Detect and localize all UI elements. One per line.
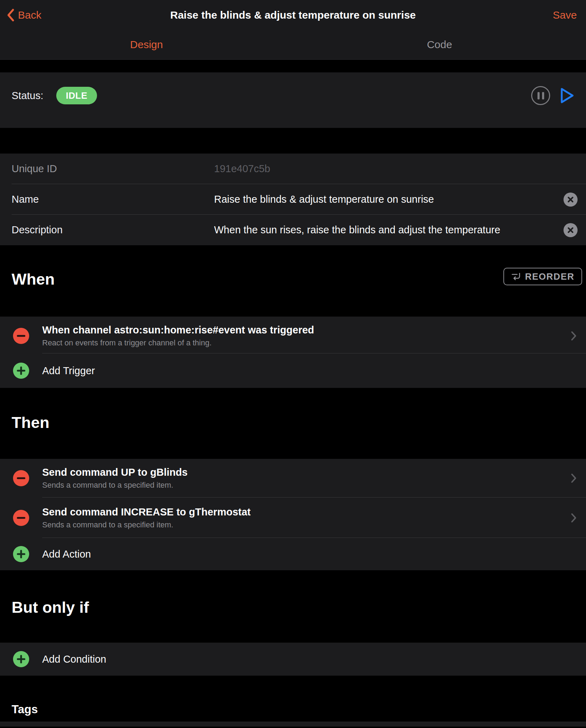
name-row: Name Raise the blinds & adjust temperatu… (0, 184, 586, 215)
action-subtitle: Sends a command to a specified item. (42, 481, 188, 490)
trigger-subtitle: React on events from a trigger channel o… (42, 338, 314, 347)
rule-editor-screen: Back Raise the blinds & adjust temperatu… (0, 0, 586, 728)
save-button[interactable]: Save (553, 0, 577, 30)
back-label: Back (18, 9, 41, 21)
minus-icon (17, 335, 25, 337)
description-label: Description (12, 224, 214, 236)
status-section: Status: IDLE (0, 72, 586, 128)
name-label: Name (12, 194, 214, 205)
action-title: Send command UP to gBlinds (42, 467, 188, 478)
navigation-bar: Back Raise the blinds & adjust temperatu… (0, 0, 586, 60)
then-heading: Then (12, 414, 50, 432)
rule-properties: Unique ID 191e407c5b Name Raise the blin… (0, 154, 586, 245)
add-condition-label: Add Condition (42, 654, 106, 665)
plus-icon (13, 363, 29, 379)
reorder-label: REORDER (525, 271, 574, 282)
tags-section-header: Tags (0, 676, 586, 722)
condition-list: Add Condition (0, 643, 586, 676)
add-trigger-button[interactable]: Add Trigger (0, 353, 586, 388)
action-row[interactable]: Send command INCREASE to gThermostat Sen… (0, 498, 586, 538)
add-condition-button[interactable]: Add Condition (0, 643, 586, 676)
action-row[interactable]: Send command UP to gBlinds Sends a comma… (0, 459, 586, 498)
tab-bar: Design Code (0, 30, 586, 59)
nav-row: Back Raise the blinds & adjust temperatu… (0, 0, 586, 30)
plus-icon (13, 546, 29, 562)
trigger-title: When channel astro:sun:home:rise#event w… (42, 324, 314, 336)
when-list: When channel astro:sun:home:rise#event w… (0, 317, 586, 388)
unique-id-value: 191e407c5b (214, 163, 578, 175)
minus-icon (17, 477, 25, 479)
then-section-header: Then (0, 388, 586, 459)
unique-id-row: Unique ID 191e407c5b (0, 154, 586, 184)
when-heading: When (12, 270, 54, 288)
description-row: Description When the sun rises, raise th… (0, 215, 586, 245)
play-icon (559, 86, 575, 105)
name-field[interactable]: Raise the blinds & adjust temperature on… (214, 194, 557, 205)
chevron-right-icon (571, 331, 579, 341)
unique-id-label: Unique ID (12, 163, 214, 175)
clear-icon (567, 227, 574, 233)
add-action-button[interactable]: Add Action (0, 538, 586, 570)
action-body: Send command UP to gBlinds Sends a comma… (42, 467, 188, 490)
but-only-if-heading: But only if (12, 598, 89, 617)
clear-name-button[interactable] (564, 193, 578, 207)
trigger-body: When channel astro:sun:home:rise#event w… (42, 324, 314, 347)
action-subtitle: Sends a command to a specified item. (42, 520, 251, 529)
reorder-button[interactable]: REORDER (503, 268, 582, 285)
clear-description-button[interactable] (564, 223, 578, 237)
play-button[interactable] (559, 86, 575, 105)
status-badge: IDLE (56, 87, 97, 104)
then-list: Send command UP to gBlinds Sends a comma… (0, 459, 586, 570)
status-label: Status: (12, 90, 43, 102)
remove-trigger-button[interactable] (13, 328, 29, 344)
pause-button[interactable] (531, 86, 550, 105)
tab-design[interactable]: Design (0, 30, 293, 59)
tab-code[interactable]: Code (293, 30, 586, 59)
minus-icon (17, 517, 25, 519)
tags-heading: Tags (12, 703, 38, 716)
chevron-right-icon (571, 513, 579, 523)
condition-section-header: But only if (0, 570, 586, 643)
remove-action-button[interactable] (13, 510, 29, 526)
pause-icon (537, 92, 540, 99)
action-title: Send command INCREASE to gThermostat (42, 506, 251, 518)
chevron-right-icon (571, 473, 579, 483)
action-body: Send command INCREASE to gThermostat Sen… (42, 506, 251, 529)
plus-icon (13, 651, 29, 667)
add-trigger-label: Add Trigger (42, 365, 95, 377)
tags-list-edge (0, 722, 586, 727)
add-action-label: Add Action (42, 548, 91, 560)
chevron-left-icon (6, 8, 15, 22)
clear-icon (567, 196, 574, 203)
trigger-row[interactable]: When channel astro:sun:home:rise#event w… (0, 317, 586, 353)
remove-action-button[interactable] (13, 470, 29, 486)
back-button[interactable]: Back (6, 0, 41, 30)
when-section-header: When REORDER (0, 245, 586, 317)
reorder-icon (511, 272, 521, 281)
page-title: Raise the blinds & adjust temperature on… (70, 0, 516, 30)
description-field[interactable]: When the sun rises, raise the blinds and… (214, 224, 557, 236)
